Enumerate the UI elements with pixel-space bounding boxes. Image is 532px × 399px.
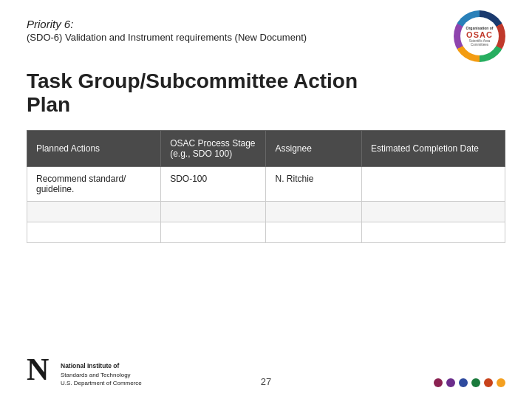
- header-text: Priority 6: (SDO-6) Validation and Instr…: [27, 18, 454, 43]
- cell-estimated-0: [361, 167, 505, 202]
- nist-line3: U.S. Department of Commerce: [61, 379, 142, 387]
- table-row: [27, 202, 505, 222]
- cell-osac-0: SDO-100: [161, 167, 266, 202]
- action-table: Planned Actions OSAC Process Stage (e.g.…: [27, 130, 505, 243]
- cell-assignee-1: [266, 202, 361, 222]
- osac-logo: Organisation of OSAC Scientific AreaComm…: [454, 10, 505, 62]
- nist-N-svg: N: [27, 352, 55, 383]
- cell-planned-1: [27, 202, 161, 222]
- svg-text:N: N: [27, 352, 49, 383]
- nist-letter: N: [27, 352, 55, 387]
- cell-osac-2: [161, 222, 266, 243]
- cell-estimated-1: [361, 202, 505, 222]
- col-header-estimated: Estimated Completion Date: [361, 131, 505, 167]
- osac-circle-inner: Organisation of OSAC Scientific AreaComm…: [460, 17, 499, 55]
- main-title: Task Group/Subcommittee ActionPlan: [27, 69, 505, 117]
- table-row: [27, 222, 505, 243]
- dot-1: [434, 378, 443, 387]
- nist-line2: Standards and Technology: [61, 371, 142, 379]
- osac-main-label: OSAC: [466, 30, 493, 39]
- cell-estimated-2: [361, 222, 505, 243]
- page: Priority 6: (SDO-6) Validation and Instr…: [0, 0, 532, 399]
- table-row: Recommend standard/ guideline. SDO-100 N…: [27, 167, 505, 202]
- nist-text-block: National Institute of Standards and Tech…: [61, 362, 142, 387]
- osac-circle-outer: Organisation of OSAC Scientific AreaComm…: [454, 10, 505, 62]
- cell-assignee-0: N. Ritchie: [266, 167, 361, 202]
- header: Priority 6: (SDO-6) Validation and Instr…: [27, 18, 505, 62]
- col-header-planned: Planned Actions: [27, 131, 161, 167]
- table-header-row: Planned Actions OSAC Process Stage (e.g.…: [27, 131, 505, 167]
- dot-3: [459, 378, 468, 387]
- dot-2: [446, 378, 455, 387]
- col-header-assignee: Assignee: [266, 131, 361, 167]
- cell-assignee-2: [266, 222, 361, 243]
- cell-planned-2: [27, 222, 161, 243]
- cell-osac-1: [161, 202, 266, 222]
- dot-4: [471, 378, 480, 387]
- dot-6: [497, 378, 505, 387]
- nist-logo: N National Institute of Standards and Te…: [27, 352, 142, 387]
- subtitle: (SDO-6) Validation and Instrument requir…: [27, 32, 454, 43]
- osac-sub-text: Scientific AreaCommittees: [469, 39, 491, 47]
- nist-full-name: National Institute of: [61, 362, 142, 371]
- color-dots: [434, 378, 505, 387]
- priority-title: Priority 6:: [27, 18, 454, 30]
- page-number: 27: [261, 376, 271, 387]
- cell-planned-0: Recommend standard/ guideline.: [27, 167, 161, 202]
- dot-5: [484, 378, 493, 387]
- col-header-osac: OSAC Process Stage (e.g., SDO 100): [161, 131, 266, 167]
